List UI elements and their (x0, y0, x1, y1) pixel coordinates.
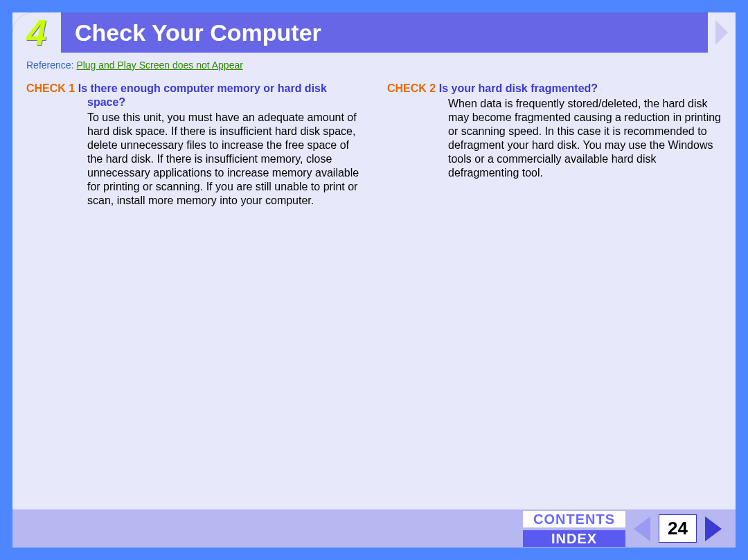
next-page-icon[interactable] (705, 516, 722, 541)
check-label: CHECK 1 (26, 82, 75, 94)
footer-button-stack: CONTENTS INDEX (523, 511, 625, 547)
check-label: CHECK 2 (387, 82, 436, 94)
reference-line: Reference: Plug and Play Screen does not… (12, 53, 736, 82)
check-body: To use this unit, you must have an adequ… (26, 111, 361, 208)
page-number: 24 (659, 514, 697, 543)
reference-link[interactable]: Plug and Play Screen does not Appear (76, 60, 243, 71)
checks-columns: CHECK 1 Is there enough computer memory … (12, 82, 736, 208)
check-heading: CHECK 1 Is there enough computer memory … (26, 82, 361, 109)
index-button[interactable]: INDEX (523, 530, 625, 547)
check-column-1: CHECK 1 Is there enough computer memory … (26, 82, 361, 208)
contents-button[interactable]: CONTENTS (523, 511, 625, 527)
section-number-badge: 4 (12, 12, 61, 53)
check-question: Is your hard disk fragmented? (439, 82, 598, 94)
reference-label: Reference: (26, 60, 73, 71)
footer-nav: CONTENTS INDEX 24 (12, 509, 736, 548)
chevron-right-icon[interactable] (715, 20, 728, 45)
page-content-area: 4 Check Your Computer Reference: Plug an… (12, 12, 736, 509)
header-arrow-container (708, 12, 736, 53)
check-question: Is there enough computer memory or hard … (78, 82, 327, 108)
check-heading: CHECK 2 Is your hard disk fragmented? (387, 82, 722, 96)
section-number: 4 (27, 12, 47, 53)
section-header: 4 Check Your Computer (12, 12, 736, 53)
prev-page-icon[interactable] (634, 516, 650, 541)
check-body: When data is frequently stored/deleted, … (387, 97, 722, 180)
check-column-2: CHECK 2 Is your hard disk fragmented? Wh… (387, 82, 722, 208)
section-title: Check Your Computer (61, 19, 708, 46)
